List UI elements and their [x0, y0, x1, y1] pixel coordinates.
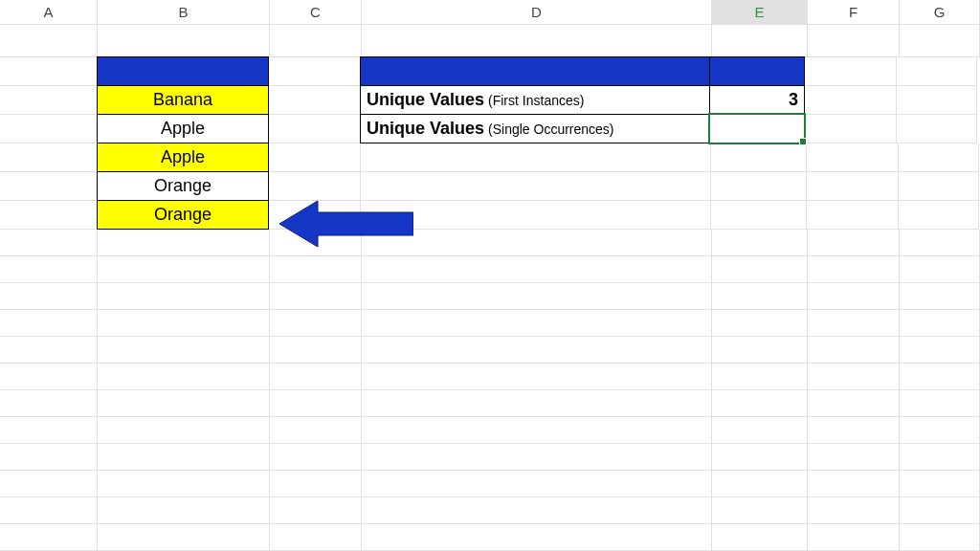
- cell[interactable]: [98, 524, 270, 551]
- summary-label-first-instances[interactable]: Unique Values (First Instances): [360, 85, 710, 115]
- cell[interactable]: [0, 497, 98, 524]
- cell[interactable]: [0, 172, 98, 201]
- cell[interactable]: [900, 471, 980, 497]
- cell[interactable]: [98, 337, 270, 364]
- cell[interactable]: [712, 471, 808, 497]
- cell[interactable]: [98, 417, 270, 444]
- cell[interactable]: [900, 417, 980, 444]
- cell[interactable]: [900, 444, 980, 471]
- cell[interactable]: [711, 172, 807, 201]
- cell[interactable]: [270, 310, 362, 337]
- cell[interactable]: [712, 390, 808, 417]
- col-header-d[interactable]: D: [362, 0, 712, 24]
- cell[interactable]: [270, 444, 362, 471]
- cell[interactable]: [808, 471, 900, 497]
- cell[interactable]: [712, 230, 808, 256]
- cell[interactable]: [712, 310, 808, 337]
- cell[interactable]: [808, 310, 900, 337]
- cell[interactable]: [362, 524, 712, 551]
- fruit-header[interactable]: [97, 56, 269, 86]
- cell[interactable]: [0, 25, 98, 57]
- cell[interactable]: [98, 310, 270, 337]
- cell[interactable]: [900, 524, 980, 551]
- cell[interactable]: [0, 337, 98, 364]
- cell[interactable]: [807, 201, 899, 230]
- summary-header-label[interactable]: [360, 56, 710, 86]
- cell[interactable]: [270, 471, 362, 497]
- cell[interactable]: [0, 86, 98, 115]
- fruit-cell[interactable]: Banana: [97, 85, 269, 115]
- cell[interactable]: [897, 115, 977, 143]
- cell[interactable]: [270, 25, 362, 57]
- cell[interactable]: [362, 390, 712, 417]
- cell[interactable]: [900, 256, 980, 283]
- cell[interactable]: [712, 444, 808, 471]
- cell[interactable]: [270, 256, 362, 283]
- col-header-e[interactable]: E: [712, 0, 808, 24]
- cell[interactable]: [0, 256, 98, 283]
- cell[interactable]: [0, 390, 98, 417]
- cell[interactable]: [98, 390, 270, 417]
- cell[interactable]: [808, 283, 900, 310]
- cell[interactable]: [712, 283, 808, 310]
- cell[interactable]: [808, 390, 900, 417]
- cell[interactable]: [900, 230, 980, 256]
- cell[interactable]: [805, 57, 897, 86]
- cell[interactable]: [899, 172, 979, 201]
- cell[interactable]: [805, 115, 897, 143]
- cell[interactable]: [362, 417, 712, 444]
- cell[interactable]: [712, 337, 808, 364]
- cell[interactable]: [712, 524, 808, 551]
- cell[interactable]: [270, 390, 362, 417]
- cell[interactable]: [808, 230, 900, 256]
- cell[interactable]: [900, 337, 980, 364]
- cell[interactable]: [712, 25, 808, 57]
- cell[interactable]: [900, 283, 980, 310]
- cell[interactable]: [899, 143, 979, 172]
- fruit-cell[interactable]: Orange: [97, 171, 269, 201]
- cell[interactable]: [98, 25, 270, 57]
- summary-value-first-instances[interactable]: 3: [709, 85, 805, 115]
- summary-value-single-occurrences[interactable]: [709, 114, 805, 143]
- cell[interactable]: [808, 497, 900, 524]
- col-header-b[interactable]: B: [98, 0, 270, 24]
- cell[interactable]: [712, 364, 808, 390]
- cell[interactable]: [0, 471, 98, 497]
- cell[interactable]: [98, 364, 270, 390]
- cell[interactable]: [711, 201, 807, 230]
- cell[interactable]: [900, 390, 980, 417]
- col-header-a[interactable]: A: [0, 0, 98, 24]
- cell[interactable]: [269, 115, 361, 143]
- cell[interactable]: [270, 283, 362, 310]
- cell[interactable]: [362, 283, 712, 310]
- cell[interactable]: [0, 364, 98, 390]
- cell[interactable]: [98, 283, 270, 310]
- summary-label-single-occurrences[interactable]: Unique Values (Single Occurrences): [360, 114, 710, 143]
- cell[interactable]: [362, 337, 712, 364]
- cell[interactable]: [0, 444, 98, 471]
- cell[interactable]: [712, 497, 808, 524]
- cell[interactable]: [0, 417, 98, 444]
- cell[interactable]: [808, 25, 900, 57]
- cell[interactable]: [269, 57, 361, 86]
- cell[interactable]: [808, 364, 900, 390]
- cell[interactable]: [897, 57, 977, 86]
- col-header-c[interactable]: C: [270, 0, 362, 24]
- cell[interactable]: [98, 471, 270, 497]
- cell[interactable]: [900, 497, 980, 524]
- col-header-f[interactable]: F: [808, 0, 900, 24]
- cell[interactable]: [0, 201, 98, 230]
- cell[interactable]: [808, 524, 900, 551]
- cell[interactable]: [269, 143, 361, 172]
- cell[interactable]: [362, 364, 712, 390]
- cell[interactable]: [807, 143, 899, 172]
- cell[interactable]: [0, 310, 98, 337]
- cell[interactable]: [808, 256, 900, 283]
- cell[interactable]: [0, 283, 98, 310]
- cell[interactable]: [362, 25, 712, 57]
- cell[interactable]: [808, 337, 900, 364]
- cell[interactable]: [808, 417, 900, 444]
- cell[interactable]: [0, 115, 98, 143]
- fruit-cell[interactable]: Orange: [97, 200, 269, 230]
- cell[interactable]: [270, 337, 362, 364]
